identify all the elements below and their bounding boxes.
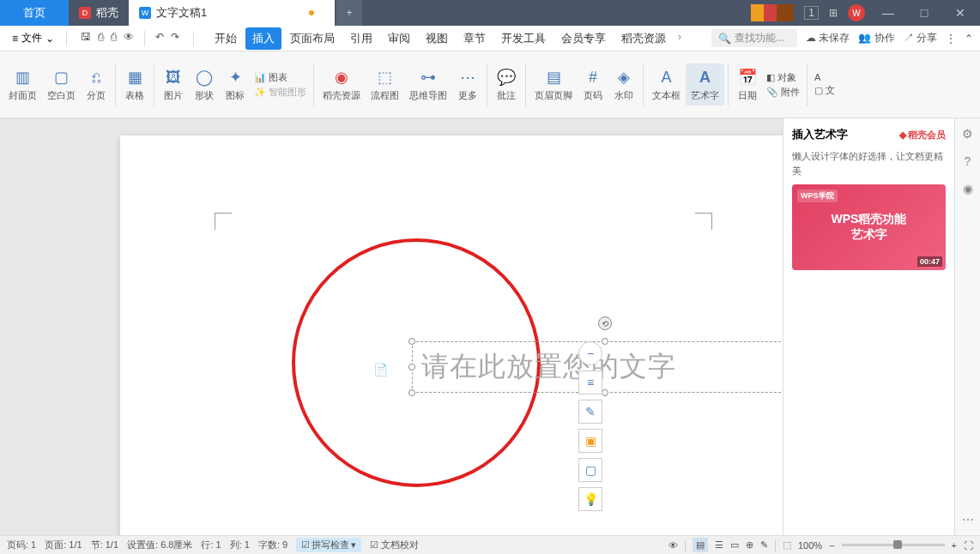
unsaved-status[interactable]: ☁ 未保存 bbox=[806, 31, 850, 45]
docer-resource-button[interactable]: ◉稻壳资源 bbox=[318, 63, 366, 105]
resize-handle-nw[interactable] bbox=[408, 338, 415, 345]
watermark-button[interactable]: ◈水印 bbox=[608, 63, 639, 105]
tabs-more-icon[interactable]: › bbox=[675, 27, 685, 50]
chart-button[interactable]: 📊图表 bbox=[254, 71, 306, 84]
tutorial-banner[interactable]: WPS学院 WPS稻壳功能 艺术字 00:47 bbox=[792, 184, 946, 270]
tab-add-button[interactable]: + bbox=[336, 0, 362, 26]
pen-tool[interactable]: ✎ bbox=[578, 400, 602, 424]
tab-section[interactable]: 章节 bbox=[457, 27, 493, 50]
table-button[interactable]: ▦表格 bbox=[119, 63, 150, 105]
rotate-handle[interactable]: ⟲ bbox=[598, 316, 612, 330]
page-break-button[interactable]: ⎌分页 bbox=[81, 63, 112, 105]
fit-width-icon[interactable]: ⬚ bbox=[783, 539, 791, 551]
proofread-button[interactable]: ☑ 文档校对 bbox=[370, 539, 419, 551]
fullscreen-icon[interactable]: ⛶ bbox=[964, 540, 973, 551]
more-menu-icon[interactable]: ⋮ bbox=[946, 33, 956, 45]
object-button[interactable]: ◧对象 bbox=[766, 71, 800, 84]
header-footer-button[interactable]: ▤页眉页脚 bbox=[529, 63, 578, 105]
resize-handle-s[interactable] bbox=[602, 389, 608, 396]
tab-view[interactable]: 视图 bbox=[419, 27, 455, 50]
status-section[interactable]: 节: 1/1 bbox=[91, 539, 118, 551]
share-button[interactable]: ↗ 分享 bbox=[904, 31, 937, 45]
tab-member[interactable]: 会员专享 bbox=[554, 27, 613, 50]
save-as-icon[interactable]: ⎙ bbox=[98, 31, 104, 46]
status-page-code[interactable]: 页码: 1 bbox=[7, 539, 36, 551]
view-page-icon[interactable]: ▤ bbox=[693, 538, 708, 552]
page-number-button[interactable]: #页码 bbox=[578, 63, 608, 105]
tab-docer-res[interactable]: 稻壳资源 bbox=[614, 27, 673, 50]
tab-review[interactable]: 审阅 bbox=[381, 27, 417, 50]
save-icon[interactable]: 🖫 bbox=[81, 31, 91, 46]
help-sidebar-icon[interactable]: ? bbox=[965, 154, 971, 168]
member-badge[interactable]: ◆稻壳会员 bbox=[899, 129, 946, 142]
mindmap-button[interactable]: ⊶思维导图 bbox=[404, 63, 452, 105]
tab-layout[interactable]: 页面布局 bbox=[283, 27, 342, 50]
coop-button[interactable]: 👥 协作 bbox=[858, 31, 894, 45]
zoom-level[interactable]: 100% bbox=[798, 540, 822, 551]
date-button[interactable]: 📅日期 bbox=[732, 63, 763, 105]
doc-parts-button[interactable]: ▢文 bbox=[814, 84, 835, 97]
picture-button[interactable]: 🖼图片 bbox=[158, 63, 189, 105]
support-sidebar-icon[interactable]: ◉ bbox=[963, 182, 973, 196]
eye-mode-icon[interactable]: 👁 bbox=[668, 540, 678, 551]
more-button[interactable]: ⋯更多 bbox=[452, 63, 483, 105]
highlight-tool[interactable]: ▣ bbox=[578, 429, 602, 453]
blank-page-button[interactable]: ▢空白页 bbox=[42, 63, 81, 105]
tab-document[interactable]: W 文字文稿1 bbox=[129, 0, 335, 26]
smart-graphic-button[interactable]: ✨智能图形 bbox=[254, 86, 306, 99]
flowchart-button[interactable]: ⬚流程图 bbox=[366, 63, 404, 105]
tab-references[interactable]: 引用 bbox=[343, 27, 379, 50]
preview-icon[interactable]: 👁 bbox=[124, 31, 134, 46]
wordart-placeholder-text[interactable]: 请在此放置您的文字 bbox=[421, 348, 676, 386]
textbox-button[interactable]: A文本框 bbox=[647, 63, 686, 105]
view-read-icon[interactable]: ▭ bbox=[730, 539, 739, 551]
cover-page-button[interactable]: ▥封面页 bbox=[3, 63, 42, 105]
collapse-ribbon-icon[interactable]: ⌃ bbox=[965, 33, 973, 45]
icon-button[interactable]: ✦图标 bbox=[220, 63, 251, 105]
first-line-button[interactable]: A bbox=[814, 72, 835, 82]
spell-check-button[interactable]: ☑拼写检查 ▾ bbox=[296, 538, 361, 552]
status-col[interactable]: 列: 1 bbox=[230, 539, 250, 551]
maximize-button[interactable]: □ bbox=[911, 6, 937, 20]
attachment-button[interactable]: 📎附件 bbox=[766, 86, 800, 99]
user-avatar[interactable]: W bbox=[848, 4, 865, 21]
file-menu[interactable]: ≡ 文件 ⌄ bbox=[7, 29, 59, 47]
minimize-button[interactable]: — bbox=[875, 6, 901, 20]
shape-button[interactable]: ◯形状 bbox=[189, 63, 220, 105]
view-outline-icon[interactable]: ☰ bbox=[715, 539, 723, 551]
wordart-button[interactable]: A艺术字 bbox=[686, 63, 724, 105]
resize-handle-sw[interactable] bbox=[408, 389, 415, 396]
resize-handle-n[interactable] bbox=[602, 338, 608, 345]
tab-insert[interactable]: 插入 bbox=[245, 27, 281, 50]
idea-tool[interactable]: 💡 bbox=[578, 487, 602, 511]
document-area[interactable]: 📄 ⟲ 请在此放置您的文字 − ≡ ✎ ▣ ▢ 💡 bbox=[0, 118, 783, 535]
tab-devtools[interactable]: 开发工具 bbox=[494, 27, 553, 50]
print-icon[interactable]: ⎙ bbox=[111, 31, 117, 46]
comment-button[interactable]: 💬批注 bbox=[491, 63, 522, 105]
window-number[interactable]: 1 bbox=[804, 6, 819, 20]
redo-icon[interactable]: ↷ bbox=[171, 31, 179, 46]
view-web-icon[interactable]: ⊕ bbox=[746, 539, 753, 551]
zoom-out-tool[interactable]: − bbox=[578, 341, 602, 365]
status-word-count[interactable]: 字数: 9 bbox=[258, 539, 287, 551]
zoom-slider[interactable] bbox=[842, 544, 945, 546]
status-row[interactable]: 行: 1 bbox=[201, 539, 221, 551]
settings-sidebar-icon[interactable]: ⚙ bbox=[962, 127, 973, 141]
frame-tool[interactable]: ▢ bbox=[578, 458, 602, 482]
status-page[interactable]: 页面: 1/1 bbox=[45, 539, 82, 551]
tab-docer[interactable]: D 稻壳 bbox=[69, 0, 129, 26]
close-button[interactable]: ✕ bbox=[947, 6, 973, 20]
tab-start[interactable]: 开始 bbox=[208, 27, 244, 50]
tab-home[interactable]: 首页 bbox=[0, 0, 69, 26]
layout-tool[interactable]: ≡ bbox=[578, 370, 602, 394]
status-position[interactable]: 设置值: 6.8厘米 bbox=[127, 539, 192, 551]
resize-handle-w[interactable] bbox=[408, 364, 415, 370]
grid-icon[interactable]: ⊞ bbox=[829, 7, 838, 19]
undo-icon[interactable]: ↶ bbox=[155, 31, 164, 46]
zoom-out-button[interactable]: − bbox=[829, 540, 834, 551]
more-sidebar-icon[interactable]: ⋯ bbox=[962, 513, 974, 527]
search-box[interactable]: 🔍 查找功能... bbox=[711, 29, 797, 47]
view-edit-icon[interactable]: ✎ bbox=[760, 539, 768, 551]
books-icon[interactable] bbox=[751, 4, 794, 21]
zoom-in-button[interactable]: + bbox=[952, 540, 957, 551]
